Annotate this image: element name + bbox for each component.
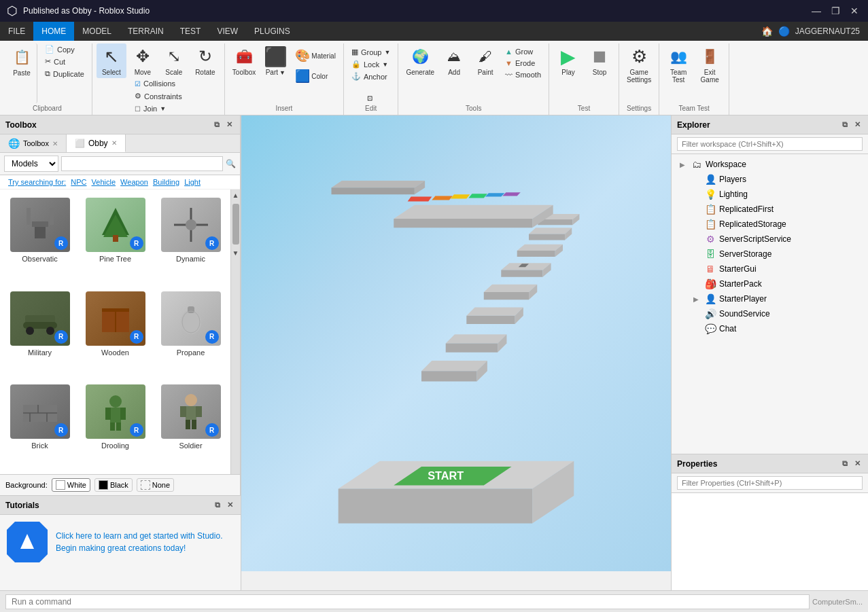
tree-item-starterplayer[interactable]: ▶ 👤 StarterPlayer — [685, 291, 868, 306]
collisions-button[interactable]: ☑ Collisions — [131, 78, 186, 89]
list-item[interactable]: R Brick — [3, 379, 77, 471]
command-input[interactable] — [5, 594, 810, 609]
scroll-thumb[interactable] — [232, 204, 239, 245]
suggestion-building[interactable]: Building — [153, 178, 179, 186]
rotate-button[interactable]: ↻ Rotate — [190, 43, 220, 78]
copy-button[interactable]: 📄 Copy — [41, 43, 88, 55]
paint-terrain-button[interactable]: 🖌 Paint — [470, 43, 500, 78]
tree-item-replicatedfirst[interactable]: 📋 ReplicatedFirst — [685, 202, 868, 217]
tree-item-serverstorage[interactable]: 🗄 ServerStorage — [685, 247, 868, 262]
move-button[interactable]: ✥ Move — [128, 43, 158, 78]
close-button[interactable]: ✕ — [848, 4, 861, 18]
menu-view[interactable]: VIEW — [209, 22, 246, 41]
menu-model[interactable]: MODEL — [74, 22, 120, 41]
join-dropdown-icon[interactable]: ▼ — [160, 105, 166, 112]
properties-close-button[interactable]: ✕ — [852, 458, 863, 469]
menu-plugins[interactable]: PLUGINS — [246, 22, 298, 41]
list-item[interactable]: R Pine Tree — [78, 192, 152, 285]
edit-more-icon[interactable]: ⊡ — [367, 94, 372, 102]
bg-white-option[interactable]: White — [52, 478, 90, 492]
help-icon[interactable]: 🏠 — [761, 26, 773, 37]
menu-test[interactable]: TEST — [172, 22, 209, 41]
obby-viewport-tab[interactable]: ⬜ Obby ✕ — [67, 134, 126, 152]
scroll-up-arrow[interactable]: ▲ — [230, 190, 240, 201]
viewport-canvas[interactable]: START — [241, 115, 671, 571]
group-button[interactable]: ▦ Group ▼ — [348, 46, 394, 58]
search-icon[interactable]: 🔍 — [226, 159, 236, 168]
team-test-button[interactable]: 👥 TeamTest — [663, 43, 693, 86]
erode-button[interactable]: ▼ Erode — [502, 58, 544, 69]
properties-restore-button[interactable]: ⧉ — [840, 458, 850, 469]
tree-item-chat[interactable]: 💬 Chat — [685, 321, 868, 336]
stop-button[interactable]: ⏹ Stop — [585, 43, 614, 78]
list-item[interactable]: R Wooden — [78, 286, 152, 378]
play-button[interactable]: ▶ Play — [553, 43, 583, 78]
suggestion-vehicle[interactable]: Vehicle — [92, 178, 116, 186]
menu-file[interactable]: FILE — [0, 22, 33, 41]
restore-button[interactable]: ❐ — [829, 4, 842, 18]
list-item[interactable]: R Military — [3, 286, 77, 378]
scroll-down-arrow[interactable]: ▼ — [230, 247, 240, 259]
tree-item-lighting[interactable]: 💡 Lighting — [685, 187, 868, 202]
tree-item-soundservice[interactable]: 🔊 SoundService — [685, 306, 868, 321]
list-item[interactable]: R Observatic — [3, 192, 77, 285]
generate-button[interactable]: 🌍 Generate — [402, 43, 438, 78]
toolbox-tab-close[interactable]: ✕ — [52, 140, 58, 147]
menu-home[interactable]: HOME — [33, 22, 74, 41]
join-button[interactable]: ☐ Join ▼ — [131, 103, 186, 114]
add-terrain-button[interactable]: ⛰ Add — [439, 43, 469, 78]
list-item[interactable]: R Propane — [154, 286, 228, 378]
lock-button[interactable]: 🔒 Lock ▼ — [348, 58, 394, 70]
obby-tab-close[interactable]: ✕ — [111, 139, 117, 147]
color-button[interactable]: 🟦 Color — [292, 67, 339, 86]
bg-none-option[interactable]: None — [137, 478, 174, 492]
list-item[interactable]: R Soldier — [154, 379, 228, 471]
properties-filter-input[interactable] — [677, 476, 863, 490]
explorer-restore-button[interactable]: ⧉ — [840, 120, 850, 130]
paste-button[interactable]: 📋 Paste — [7, 43, 37, 103]
smooth-button[interactable]: 〰 Smooth — [502, 69, 544, 80]
explorer-filter-input[interactable] — [677, 137, 863, 151]
list-item[interactable]: R Drooling — [78, 379, 152, 471]
minimize-button[interactable]: — — [810, 4, 823, 18]
workspace-expand-icon[interactable]: ▶ — [677, 161, 688, 168]
bg-black-option[interactable]: Black — [94, 478, 133, 492]
part-button[interactable]: ⬛ Part ▼ — [260, 43, 290, 78]
roblox-ball-icon[interactable]: 🔵 — [778, 26, 790, 37]
toolbox-search-input[interactable] — [61, 156, 223, 171]
tree-item-starterpack[interactable]: 🎒 StarterPack — [685, 276, 868, 291]
tree-item-workspace[interactable]: ▶ 🗂 Workspace — [672, 157, 868, 172]
tutorials-restore-button[interactable]: ⧉ — [213, 500, 222, 510]
material-button[interactable]: 🎨 Material — [292, 46, 339, 65]
select-button[interactable]: ↖ Select — [97, 43, 126, 78]
part-dropdown-icon[interactable]: ▼ — [279, 69, 285, 76]
lock-dropdown[interactable]: ▼ — [382, 61, 388, 68]
suggestion-weapon[interactable]: Weapon — [120, 178, 148, 186]
toolbox-panel-tab[interactable]: 🌐 Toolbox ✕ — [0, 134, 67, 152]
toolbox-close-button[interactable]: ✕ — [224, 120, 235, 130]
user-account-label[interactable]: JAGGERNAUT25 — [795, 26, 860, 36]
scale-button[interactable]: ⤡ Scale — [159, 43, 189, 78]
cut-button[interactable]: ✂ Cut — [41, 56, 88, 67]
toolbox-category-dropdown[interactable]: Models Decals Audio Meshes Plugins — [4, 156, 58, 172]
list-item[interactable]: R Dynamic — [154, 192, 228, 285]
toolbox-button[interactable]: 🧰 Toolbox — [229, 43, 259, 78]
menu-terrain[interactable]: TERRAIN — [120, 22, 172, 41]
tree-item-replicatedstorage[interactable]: 📋 ReplicatedStorage — [685, 217, 868, 232]
tree-item-players[interactable]: 👤 Players — [685, 172, 868, 187]
exit-game-button[interactable]: 🚪 ExitGame — [695, 43, 725, 86]
tree-item-startergui[interactable]: 🖥 StarterGui — [685, 262, 868, 276]
explorer-close-button[interactable]: ✕ — [852, 120, 863, 130]
group-dropdown[interactable]: ▼ — [384, 49, 390, 56]
game-settings-button[interactable]: ⚙ GameSettings — [623, 43, 655, 86]
toolbox-scrollbar[interactable]: ▲ ▼ — [230, 190, 240, 474]
grow-button[interactable]: ▲ Grow — [502, 46, 544, 57]
suggestion-npc[interactable]: NPC — [71, 178, 86, 186]
starterplayer-expand[interactable]: ▶ — [691, 295, 701, 303]
constraints-button[interactable]: ⚙ Constraints — [131, 90, 186, 102]
tutorials-content[interactable]: Click here to learn and get started with… — [0, 515, 241, 569]
tree-item-serverscriptservice[interactable]: ⚙ ServerScriptService — [685, 232, 868, 247]
tutorials-close-button[interactable]: ✕ — [225, 500, 235, 510]
tutorials-text[interactable]: Click here to learn and get started with… — [56, 530, 234, 554]
toolbox-restore-button[interactable]: ⧉ — [212, 120, 222, 130]
